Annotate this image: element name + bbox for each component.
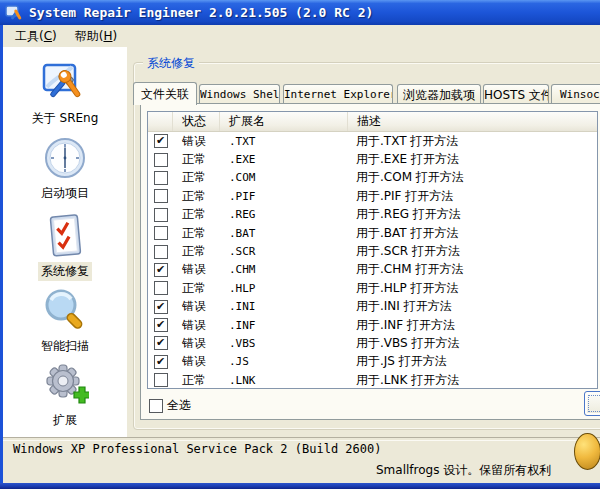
row-desc: 用于.COM 打开方法 bbox=[348, 169, 597, 186]
select-all-control[interactable]: 全选 bbox=[149, 397, 191, 414]
row-checkbox[interactable] bbox=[154, 281, 168, 295]
menu-item-help[interactable]: 帮助(H) bbox=[66, 26, 126, 47]
sidebar-item-scan[interactable]: 智能扫描 bbox=[3, 288, 127, 356]
table-row: 正常.EXE用于.EXE 打开方法 bbox=[148, 150, 597, 168]
tab-3[interactable]: 浏览器加载项 bbox=[397, 84, 481, 104]
row-checkbox[interactable]: ✔ bbox=[154, 134, 168, 148]
header-ext[interactable]: 扩展名 bbox=[220, 112, 348, 131]
row-checkbox[interactable] bbox=[154, 245, 168, 259]
row-status: 错误 bbox=[173, 317, 220, 334]
row-ext: .LNK bbox=[220, 374, 348, 387]
sidebar: 关于 SREng 启动项目 系统修复 智能扫描 扩展 bbox=[3, 47, 127, 437]
row-status: 错误 bbox=[173, 335, 220, 352]
row-checkbox[interactable]: ✔ bbox=[154, 263, 168, 277]
menu-bar: 工具(C) 帮助(H) bbox=[0, 25, 600, 47]
row-ext: .HLP bbox=[220, 282, 348, 295]
smallfrogs-badge-icon bbox=[574, 433, 600, 470]
file-association-panel: 状态 扩展名 描述 ✔错误.TXT用于.TXT 打开方法正常.EXE用于.EXE… bbox=[140, 103, 600, 420]
window-title: System Repair Engineer 2.0.21.505 (2.0 R… bbox=[29, 5, 373, 20]
row-ext: .JS bbox=[220, 355, 348, 368]
row-desc: 用于.REG 打开方法 bbox=[348, 206, 597, 223]
os-info-text: Windows XP Professional Service Pack 2 (… bbox=[13, 442, 381, 456]
sidebar-item-extensions[interactable]: 扩展 bbox=[3, 362, 127, 430]
groupbox-title: 系统修复 bbox=[143, 55, 199, 72]
app-icon bbox=[5, 4, 23, 22]
row-desc: 用于.EXE 打开方法 bbox=[348, 151, 597, 168]
checklist-icon bbox=[41, 213, 89, 259]
app-window: System Repair Engineer 2.0.21.505 (2.0 R… bbox=[0, 0, 600, 489]
row-desc: 用于.INI 打开方法 bbox=[348, 298, 597, 315]
credit-text: Smallfrogs 设计。保留所有权利 bbox=[376, 462, 551, 479]
tab-5[interactable]: Winsock bbox=[551, 84, 600, 104]
row-checkbox[interactable] bbox=[154, 208, 168, 222]
table-row: 正常.REG用于.REG 打开方法 bbox=[148, 206, 597, 224]
row-checkbox[interactable]: ✔ bbox=[154, 300, 168, 314]
row-checkbox[interactable]: ✔ bbox=[154, 355, 168, 369]
window-bottom-border bbox=[0, 483, 600, 489]
row-desc: 用于.HLP 打开方法 bbox=[348, 280, 597, 297]
table-row: ✔错误.TXT用于.TXT 打开方法 bbox=[148, 132, 597, 150]
row-ext: .BAT bbox=[220, 227, 348, 240]
table-row: 正常.HLP用于.HLP 打开方法 bbox=[148, 279, 597, 297]
select-all-label: 全选 bbox=[167, 397, 191, 414]
table-row: 正常.PIF用于.PIF 打开方法 bbox=[148, 187, 597, 205]
row-ext: .TXT bbox=[220, 135, 348, 148]
tab-2[interactable]: Internet Explorer bbox=[283, 84, 393, 104]
row-desc: 用于.BAT 打开方法 bbox=[348, 225, 597, 242]
row-status: 正常 bbox=[173, 225, 220, 242]
row-ext: .COM bbox=[220, 171, 348, 184]
tab-0[interactable]: 文件关联 bbox=[133, 82, 197, 105]
row-status: 正常 bbox=[173, 169, 220, 186]
magnifier-icon bbox=[41, 288, 89, 334]
row-status: 错误 bbox=[173, 261, 220, 278]
row-ext: .REG bbox=[220, 208, 348, 221]
row-ext: .PIF bbox=[220, 190, 348, 203]
sidebar-item-startup[interactable]: 启动项目 bbox=[3, 135, 127, 203]
select-all-checkbox[interactable] bbox=[149, 399, 163, 413]
screen: { "window": { "title": "System Repair En… bbox=[0, 0, 600, 500]
table-row: ✔错误.VBS用于.VBS 打开方法 bbox=[148, 334, 597, 352]
table-row: 正常.BAT用于.BAT 打开方法 bbox=[148, 224, 597, 242]
row-checkbox[interactable]: ✔ bbox=[154, 318, 168, 332]
tab-4[interactable]: HOSTS 文件 bbox=[483, 84, 549, 104]
table-row: 正常.LNK用于.LNK 打开方法 bbox=[148, 371, 597, 389]
row-desc: 用于.TXT 打开方法 bbox=[348, 133, 597, 150]
row-checkbox[interactable] bbox=[154, 373, 168, 387]
row-desc: 用于.SCR 打开方法 bbox=[348, 243, 597, 260]
row-status: 正常 bbox=[173, 243, 220, 260]
status-separator bbox=[3, 437, 600, 441]
row-checkbox[interactable] bbox=[154, 189, 168, 203]
sidebar-item-label: 关于 SREng bbox=[29, 109, 102, 128]
row-checkbox[interactable] bbox=[154, 226, 168, 240]
row-status: 正常 bbox=[173, 206, 220, 223]
header-checkbox-column bbox=[148, 112, 173, 131]
table-row: ✔错误.INI用于.INI 打开方法 bbox=[148, 298, 597, 316]
row-checkbox[interactable] bbox=[154, 171, 168, 185]
table-body: ✔错误.TXT用于.TXT 打开方法正常.EXE用于.EXE 打开方法正常.CO… bbox=[148, 132, 597, 389]
sidebar-item-label: 系统修复 bbox=[38, 262, 92, 281]
gear-plus-icon bbox=[41, 362, 89, 408]
header-status[interactable]: 状态 bbox=[173, 112, 220, 131]
title-bar[interactable]: System Repair Engineer 2.0.21.505 (2.0 R… bbox=[0, 0, 600, 25]
file-association-table: 状态 扩展名 描述 ✔错误.TXT用于.TXT 打开方法正常.EXE用于.EXE… bbox=[147, 111, 598, 389]
row-desc: 用于.PIF 打开方法 bbox=[348, 188, 597, 205]
row-status: 正常 bbox=[173, 280, 220, 297]
row-desc: 用于.INF 打开方法 bbox=[348, 317, 597, 334]
menu-item-tools[interactable]: 工具(C) bbox=[6, 26, 66, 47]
tab-1[interactable]: Windows Shell bbox=[199, 84, 280, 104]
sidebar-item-about[interactable]: 关于 SREng bbox=[3, 60, 127, 128]
row-ext: .INI bbox=[220, 300, 348, 313]
row-checkbox[interactable]: ✔ bbox=[154, 336, 168, 350]
tools-icon bbox=[41, 60, 89, 106]
row-ext: .SCR bbox=[220, 245, 348, 258]
header-desc[interactable]: 描述 bbox=[348, 112, 597, 131]
table-header-row: 状态 扩展名 描述 bbox=[148, 112, 597, 132]
row-checkbox[interactable] bbox=[154, 153, 168, 167]
repair-button[interactable] bbox=[584, 391, 600, 416]
row-status: 错误 bbox=[173, 353, 220, 370]
row-desc: 用于.JS 打开方法 bbox=[348, 353, 597, 370]
row-status: 错误 bbox=[173, 133, 220, 150]
main-area: 系统修复 文件关联Windows ShellInternet Explorer浏… bbox=[127, 47, 600, 437]
row-ext: .VBS bbox=[220, 337, 348, 350]
sidebar-item-repair[interactable]: 系统修复 bbox=[3, 213, 127, 281]
